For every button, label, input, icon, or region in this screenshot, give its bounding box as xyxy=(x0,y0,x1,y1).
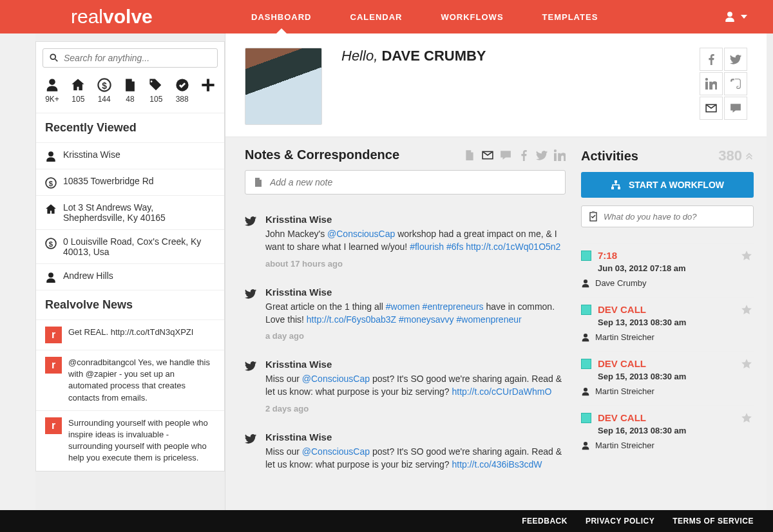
todo-input[interactable] xyxy=(604,212,747,222)
social-grid xyxy=(700,48,747,125)
evernote-button[interactable] xyxy=(724,72,747,95)
activity-assignee: Dave Crumby xyxy=(581,278,754,288)
counter-person[interactable]: 9K+ xyxy=(45,78,59,104)
collapse-icon[interactable] xyxy=(745,151,754,160)
recent-item[interactable]: 10835 Towerbridge Rd xyxy=(36,169,224,195)
tag-icon xyxy=(149,78,163,92)
activity-checkbox[interactable] xyxy=(581,305,591,315)
counter-home[interactable]: 105 xyxy=(71,78,85,104)
todo-box[interactable] xyxy=(581,205,754,227)
greeting: Hello, DAVE CRUMBY xyxy=(322,48,700,125)
check-icon xyxy=(175,78,189,92)
twitter-icon xyxy=(245,215,256,227)
activity-checkbox[interactable] xyxy=(581,359,591,369)
notes-column: Notes & Correspondence Krisstina Wise Jo… xyxy=(238,137,573,510)
start-workflow-button[interactable]: START A WORKFLOW xyxy=(581,172,754,198)
footer-link-feedback[interactable]: FEEDBACK xyxy=(522,517,568,526)
activity-star[interactable] xyxy=(741,412,752,424)
notes-filter-icons xyxy=(464,149,566,161)
activity-item[interactable]: 7:18 Jun 03, 2012 07:18 am Dave Crumby xyxy=(581,243,754,297)
feed-author[interactable]: Krisstina Wise xyxy=(265,432,566,442)
person-icon xyxy=(581,441,590,450)
person-icon xyxy=(45,78,59,92)
email-button[interactable] xyxy=(700,97,723,120)
recent-item[interactable]: Lot 3 St Andrews Way, Shepherdsville, Ky… xyxy=(36,195,224,229)
add-note-input[interactable] xyxy=(270,177,557,187)
person-icon xyxy=(581,333,590,342)
news-item[interactable]: rSurrounding yourself with people who in… xyxy=(36,410,224,471)
counter-file[interactable]: 48 xyxy=(123,78,137,104)
feed-time: a day ago xyxy=(265,331,566,341)
dollar-icon xyxy=(45,238,57,249)
counter-check[interactable]: 388 xyxy=(175,78,189,104)
footer-link-terms-of-service[interactable]: TERMS OF SERVICE xyxy=(673,517,754,526)
news-header: Realvolve News xyxy=(36,290,224,319)
user-avatar[interactable] xyxy=(245,48,322,125)
counter-tag[interactable]: 105 xyxy=(149,78,163,104)
feed-time: about 17 hours ago xyxy=(265,259,566,269)
home-icon xyxy=(71,78,85,92)
feed-author[interactable]: Krisstina Wise xyxy=(265,214,566,225)
filter-facebook-icon[interactable] xyxy=(518,149,530,161)
filter-twitter-icon[interactable] xyxy=(536,149,548,161)
nav-templates[interactable]: TEMPLATES xyxy=(542,0,598,33)
add-note-box[interactable] xyxy=(245,170,566,195)
activity-item[interactable]: DEV CALL Sep 13, 2013 08:30 am Martin St… xyxy=(581,297,754,351)
activities-count: 380 xyxy=(718,147,754,164)
feed-item: Krisstina Wise Great article on the 1 th… xyxy=(245,280,566,353)
feed-author[interactable]: Krisstina Wise xyxy=(265,287,566,298)
activity-checkbox[interactable] xyxy=(581,251,591,261)
activity-title: DEV CALL xyxy=(598,304,646,315)
twitter-icon xyxy=(730,53,741,65)
filter-email-icon[interactable] xyxy=(482,149,493,161)
dollar-icon xyxy=(45,177,57,189)
recent-item[interactable]: Andrew Hills xyxy=(36,263,224,290)
news-badge-icon: r xyxy=(45,357,62,374)
counter-plus[interactable] xyxy=(201,78,215,104)
facebook-button[interactable] xyxy=(700,48,723,71)
news-badge-icon: r xyxy=(45,327,62,343)
footer-link-privacy-policy[interactable]: PRIVACY POLICY xyxy=(586,517,654,526)
twitter-icon xyxy=(245,288,256,299)
chat-button[interactable] xyxy=(724,97,747,120)
email-icon xyxy=(705,102,717,114)
feed-text: Great article on the 1 thing all #women … xyxy=(265,300,566,327)
nav-dashboard[interactable]: DASHBOARD xyxy=(251,0,312,33)
recent-item[interactable]: 0 Louisville Road, Cox's Creek, Ky 40013… xyxy=(36,229,224,263)
activity-item[interactable]: DEV CALL Sep 16, 2013 08:30 am Martin St… xyxy=(581,405,754,459)
logo[interactable]: realvolve xyxy=(0,6,225,28)
activity-date: Sep 13, 2013 08:30 am xyxy=(581,318,754,327)
activity-checkbox[interactable] xyxy=(581,413,591,423)
evernote-icon xyxy=(730,78,741,90)
scrollbar[interactable] xyxy=(767,33,773,510)
search-input[interactable] xyxy=(64,53,211,63)
activity-star[interactable] xyxy=(741,250,752,261)
person-icon xyxy=(581,387,590,396)
news-item[interactable]: r@conradbitangcol Yes, we handle this wi… xyxy=(36,350,224,410)
user-menu[interactable] xyxy=(724,11,773,23)
activity-item[interactable]: DEV CALL Sep 15, 2013 08:30 am Martin St… xyxy=(581,351,754,405)
nav-calendar[interactable]: CALENDAR xyxy=(350,0,403,33)
feed-item: Krisstina Wise Miss our @ConsciousCap po… xyxy=(245,352,566,425)
news-item[interactable]: rGet REAL. http://t.co/tTdN3qXPZI xyxy=(36,319,224,350)
nav-workflows[interactable]: WORKFLOWS xyxy=(441,0,503,33)
activity-assignee: Martin Streicher xyxy=(581,332,754,342)
filter-linkedin-icon[interactable] xyxy=(554,149,566,161)
linkedin-button[interactable] xyxy=(700,72,723,95)
feed-item: Krisstina Wise Miss our @ConsciousCap po… xyxy=(245,425,566,483)
activities-column: Activities 380 START A WORKFLOW xyxy=(573,137,754,510)
person-icon xyxy=(45,151,57,162)
workflow-icon xyxy=(611,180,621,190)
chevron-down-icon xyxy=(741,15,747,19)
activity-star[interactable] xyxy=(741,304,752,316)
activity-assignee: Martin Streicher xyxy=(581,441,754,450)
feed-author[interactable]: Krisstina Wise xyxy=(265,359,566,370)
filter-chat-icon[interactable] xyxy=(500,149,511,161)
twitter-button[interactable] xyxy=(724,48,747,71)
note-icon xyxy=(253,177,263,187)
search-box xyxy=(43,42,218,68)
activity-star[interactable] xyxy=(741,358,752,370)
counter-dollar[interactable]: 144 xyxy=(97,78,111,104)
recent-item[interactable]: Krisstina Wise xyxy=(36,142,224,169)
filter-file-icon[interactable] xyxy=(464,149,475,161)
